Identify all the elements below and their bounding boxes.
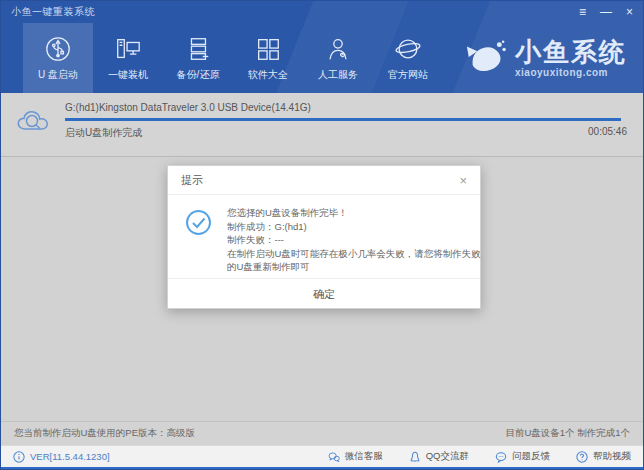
- dialog-body: 您选择的U盘设备制作完毕！ 制作成功：G:(hd1) 制作失败：--- 在制作启…: [168, 195, 480, 278]
- nav-tab-usb-boot[interactable]: U 盘启动: [23, 23, 93, 93]
- wechat-support-link[interactable]: 微信客服: [328, 450, 383, 463]
- cloud-usb-icon: [15, 105, 55, 135]
- message-line: 制作失败：---: [227, 233, 483, 247]
- server-backup-icon: [184, 35, 212, 63]
- titlebar: 小鱼一键重装系统 ≡ — ×: [1, 1, 643, 23]
- elapsed-time: 00:05:46: [588, 126, 627, 140]
- menu-icon[interactable]: ≡: [579, 6, 586, 18]
- nav-bar: U 盘启动 一键装机 备份/还原: [1, 23, 643, 93]
- usb-progress-section: G:(hd1)Kingston DataTraveler 3.0 USB Dev…: [1, 93, 643, 157]
- link-label: QQ交流群: [426, 450, 469, 463]
- dialog-message: 您选择的U盘设备制作完毕！ 制作成功：G:(hd1) 制作失败：--- 在制作启…: [227, 206, 483, 274]
- message-line: 您选择的U盘设备制作完毕！: [227, 206, 483, 220]
- window-bottom-border: [1, 467, 643, 469]
- usb-device-label: G:(hd1)Kingston DataTraveler 3.0 USB Dev…: [65, 102, 627, 113]
- nav-tab-software[interactable]: 软件大全: [233, 23, 303, 93]
- window-title: 小鱼一键重装系统: [11, 5, 95, 19]
- computer-icon: [114, 35, 142, 63]
- dialog-footer: 确定: [168, 278, 480, 310]
- usb-summary-text: 目前U盘设备1个 制作完成1个: [505, 427, 630, 440]
- info-icon: [13, 451, 25, 463]
- status-bar: VER[11.5.44.1230] 微信客服 QQ交流群: [1, 445, 643, 467]
- feedback-link[interactable]: 问题反馈: [495, 450, 550, 463]
- qq-group-link[interactable]: QQ交流群: [409, 450, 469, 463]
- nav-label: 官方网站: [388, 68, 428, 82]
- link-label: 问题反馈: [512, 450, 550, 463]
- dialog-close-icon[interactable]: ×: [459, 173, 467, 188]
- nav-tab-official-website[interactable]: 官方网站: [373, 23, 443, 93]
- nav-label: 一键装机: [108, 68, 148, 82]
- person-service-icon: [324, 35, 352, 63]
- pe-version-text: 您当前制作启动U盘使用的PE版本：高级版: [14, 427, 195, 440]
- nav-label: 人工服务: [318, 68, 358, 82]
- main-area: 提示 × 您选择的U盘设备制作完毕！ 制作成功：G:(hd1) 制作失败：---…: [1, 157, 643, 421]
- feedback-icon: [495, 451, 507, 463]
- progress-bar-fill: [65, 118, 621, 121]
- nav-tab-one-click-install[interactable]: 一键装机: [93, 23, 163, 93]
- message-line: 制作成功：G:(hd1): [227, 220, 483, 234]
- progress-bar: [65, 118, 621, 121]
- dialog-title: 提示: [181, 173, 203, 188]
- help-video-link[interactable]: 帮助视频: [576, 450, 631, 463]
- version-info[interactable]: VER[11.5.44.1230]: [13, 451, 110, 463]
- success-check-icon: [185, 209, 212, 236]
- header: 小鱼一键重装系统 ≡ — × U 盘启动: [1, 1, 643, 93]
- app-window: 小鱼一键重装系统 ≡ — × U 盘启动: [0, 0, 644, 470]
- software-grid-icon: [254, 35, 282, 63]
- nav-tab-backup-restore[interactable]: 备份/还原: [163, 23, 233, 93]
- globe-icon: [394, 35, 422, 63]
- brand-logo: 小鱼系统 xiaoyuxitong.com: [461, 23, 627, 93]
- progress-status: 启动U盘制作完成: [65, 126, 142, 140]
- nav-label: 备份/还原: [177, 68, 220, 82]
- fish-logo-icon: [461, 37, 509, 79]
- ok-button[interactable]: 确定: [279, 285, 369, 304]
- minimize-icon[interactable]: —: [600, 6, 612, 18]
- pe-info-row: 您当前制作启动U盘使用的PE版本：高级版 目前U盘设备1个 制作完成1个: [1, 421, 643, 445]
- brand-name: 小鱼系统: [515, 39, 627, 65]
- nav-label: U 盘启动: [38, 68, 78, 82]
- nav-tab-support-service[interactable]: 人工服务: [303, 23, 373, 93]
- link-label: 帮助视频: [593, 450, 631, 463]
- version-text: VER[11.5.44.1230]: [30, 451, 110, 462]
- prompt-dialog: 提示 × 您选择的U盘设备制作完毕！ 制作成功：G:(hd1) 制作失败：---…: [167, 165, 481, 309]
- close-icon[interactable]: ×: [626, 6, 633, 18]
- qq-icon: [409, 451, 421, 463]
- dialog-titlebar: 提示 ×: [168, 166, 480, 195]
- usb-boot-icon: [44, 35, 72, 63]
- link-label: 微信客服: [345, 450, 383, 463]
- wechat-icon: [328, 451, 340, 463]
- nav-label: 软件大全: [248, 68, 288, 82]
- message-line: 在制作启动U盘时可能存在极小几率会失败，请您将制作失败的U盘重新制作即可: [227, 247, 483, 274]
- help-video-icon: [576, 451, 588, 463]
- brand-domain: xiaoyuxitong.com: [515, 68, 627, 78]
